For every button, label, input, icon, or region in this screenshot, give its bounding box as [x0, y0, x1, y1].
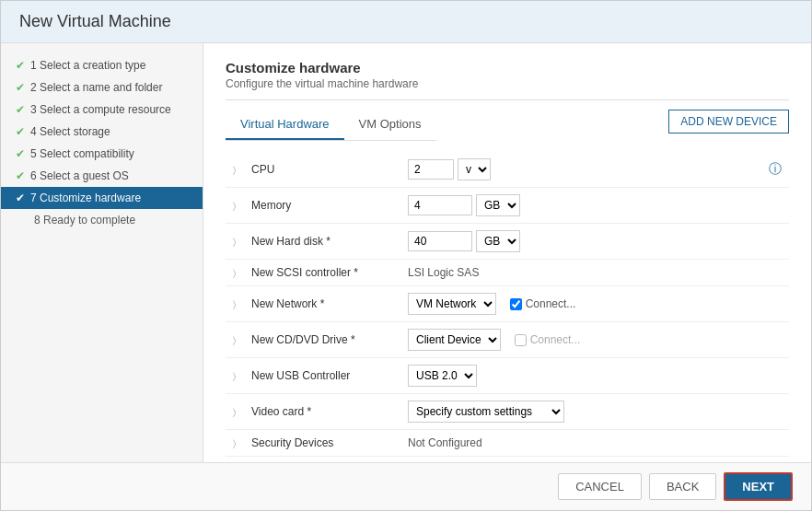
row-value-1: GBMB: [400, 188, 789, 224]
sidebar-item-4[interactable]: ✔4 Select storage: [1, 121, 203, 143]
sidebar-item-label-5: 5 Select compatibility: [30, 147, 134, 160]
memory-input[interactable]: [408, 195, 472, 215]
sidebar-item-label-1: 1 Select a creation type: [30, 59, 145, 72]
cddvd-connect-checkbox[interactable]: [515, 334, 527, 346]
row-expand-icon-6[interactable]: 〉: [226, 358, 244, 394]
network-connect-checkbox[interactable]: [510, 298, 522, 310]
sidebar-item-1[interactable]: ✔1 Select a creation type: [1, 54, 203, 76]
main-header: Customize hardware Configure the virtual…: [226, 60, 789, 90]
tabs: Virtual HardwareVM Options: [226, 110, 436, 141]
check-icon-1: ✔: [16, 59, 25, 72]
row-expand-icon-1[interactable]: 〉: [226, 188, 244, 224]
harddisk-unit-select[interactable]: GBTB: [476, 230, 520, 252]
check-icon-4: ✔: [16, 125, 25, 138]
sidebar-item-8[interactable]: 8 Ready to complete: [1, 209, 203, 231]
usb-select[interactable]: USB 2.0USB 3.0: [408, 365, 477, 387]
row-value-2: GBTB: [400, 224, 789, 260]
tab-vm-options[interactable]: VM Options: [344, 110, 436, 140]
check-icon-6: ✔: [16, 169, 25, 182]
harddisk-input[interactable]: [408, 231, 472, 251]
hardware-table: 〉CPU v ⓘ〉Memory GBMB〉New Hard disk * GBT…: [226, 152, 789, 457]
memory-unit-select[interactable]: GBMB: [476, 194, 520, 216]
row-name-1: Memory: [244, 188, 400, 224]
hardware-row-1: 〉Memory GBMB: [226, 188, 789, 224]
cpu-info-icon: ⓘ: [769, 161, 782, 178]
sidebar-item-5[interactable]: ✔5 Select compatibility: [1, 143, 203, 165]
row-value-0: v ⓘ: [400, 152, 789, 188]
row-value-6: USB 2.0USB 3.0: [400, 358, 789, 394]
row-name-8: Security Devices: [244, 430, 400, 457]
main-content: Customize hardware Configure the virtual…: [203, 43, 811, 462]
cddvd-select[interactable]: Client Device: [408, 329, 501, 351]
row-name-2: New Hard disk *: [244, 224, 400, 260]
hardware-row-8: 〉Security DevicesNot Configured: [226, 430, 789, 457]
sidebar-item-label-8: 8 Ready to complete: [34, 214, 135, 226]
sidebar-item-label-2: 2 Select a name and folder: [30, 81, 162, 94]
dialog-title: New Virtual Machine: [1, 1, 811, 43]
cpu-select[interactable]: v: [458, 158, 491, 180]
sidebar-item-label-3: 3 Select a compute resource: [30, 103, 171, 116]
main-title: Customize hardware: [226, 60, 789, 75]
row-value-4: VM Network Connect...: [400, 286, 789, 322]
hardware-row-3: 〉New SCSI controller *LSI Logic SAS: [226, 260, 789, 286]
network-select[interactable]: VM Network: [408, 293, 496, 315]
row-expand-icon-3[interactable]: 〉: [226, 260, 244, 286]
sidebar-item-3[interactable]: ✔3 Select a compute resource: [1, 99, 203, 121]
row-expand-icon-7[interactable]: 〉: [226, 394, 244, 430]
tab-virtual-hardware[interactable]: Virtual Hardware: [226, 110, 344, 140]
network-connect-label: Connect...: [526, 297, 576, 310]
row-expand-icon-5[interactable]: 〉: [226, 322, 244, 358]
next-button[interactable]: NEXT: [724, 472, 793, 501]
sidebar-item-7[interactable]: ✔7 Customize hardware: [1, 187, 203, 209]
cpu-input[interactable]: [408, 159, 454, 180]
row-value-8: Not Configured: [400, 430, 789, 457]
cancel-button[interactable]: CANCEL: [558, 473, 642, 500]
row-expand-icon-0[interactable]: 〉: [226, 152, 244, 188]
hardware-row-4: 〉New Network *VM Network Connect...: [226, 286, 789, 322]
row-name-5: New CD/DVD Drive *: [244, 322, 400, 358]
back-button[interactable]: BACK: [649, 473, 716, 500]
row-name-3: New SCSI controller *: [244, 260, 400, 286]
hardware-row-2: 〉New Hard disk * GBTB: [226, 224, 789, 260]
sidebar-item-label-7: 7 Customize hardware: [30, 192, 141, 204]
check-icon-5: ✔: [16, 147, 25, 160]
separator: [226, 99, 789, 100]
row-name-0: CPU: [244, 152, 400, 188]
add-new-device-button[interactable]: ADD NEW DEVICE: [668, 110, 789, 134]
sidebar-item-6[interactable]: ✔6 Select a guest OS: [1, 165, 203, 187]
hardware-row-0: 〉CPU v ⓘ: [226, 152, 789, 188]
sidebar-item-label-4: 4 Select storage: [30, 125, 110, 138]
row-value-5: Client Device Connect...: [400, 322, 789, 358]
row-name-4: New Network *: [244, 286, 400, 322]
cddvd-connect-label: Connect...: [530, 333, 581, 346]
row-expand-icon-4[interactable]: 〉: [226, 286, 244, 322]
videocard-select[interactable]: Specify custom settings: [408, 401, 564, 423]
hardware-row-5: 〉New CD/DVD Drive *Client Device Connect…: [226, 322, 789, 358]
dialog-body: ✔1 Select a creation type✔2 Select a nam…: [1, 43, 811, 462]
check-icon-2: ✔: [16, 81, 25, 94]
row-name-7: Video card *: [244, 394, 400, 430]
row-name-6: New USB Controller: [244, 358, 400, 394]
tabs-area: Virtual HardwareVM Options ADD NEW DEVIC…: [226, 110, 789, 152]
sidebar: ✔1 Select a creation type✔2 Select a nam…: [1, 43, 203, 462]
hardware-row-6: 〉New USB ControllerUSB 2.0USB 3.0: [226, 358, 789, 394]
dialog-footer: CANCEL BACK NEXT: [1, 462, 811, 510]
check-icon-3: ✔: [16, 103, 25, 116]
sidebar-item-2[interactable]: ✔2 Select a name and folder: [1, 76, 203, 99]
tabs-right: ADD NEW DEVICE: [668, 110, 789, 141]
hardware-row-7: 〉Video card *Specify custom settings: [226, 394, 789, 430]
main-subtitle: Configure the virtual machine hardware: [226, 77, 789, 90]
row-expand-icon-2[interactable]: 〉: [226, 224, 244, 260]
new-vm-dialog: New Virtual Machine ✔1 Select a creation…: [0, 0, 812, 511]
sidebar-item-label-6: 6 Select a guest OS: [30, 169, 129, 182]
row-value-7: Specify custom settings: [400, 394, 789, 430]
check-icon-7: ✔: [16, 192, 25, 204]
row-value-3: LSI Logic SAS: [400, 260, 789, 286]
row-expand-icon-8[interactable]: 〉: [226, 430, 244, 457]
